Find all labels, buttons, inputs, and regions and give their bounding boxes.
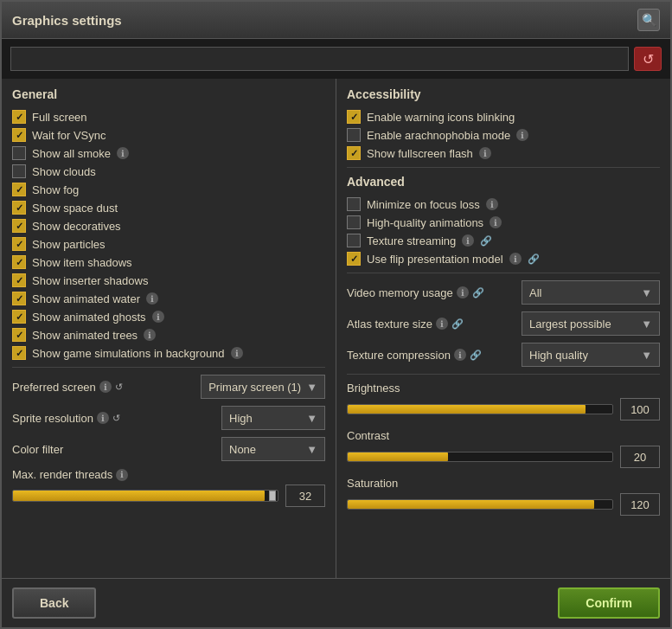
reset-button[interactable]: ↺ [634, 47, 662, 71]
checkbox-fullscreenflash[interactable] [347, 146, 361, 160]
max-render-threads-thumb [269, 491, 276, 501]
brightness-label: Brightness [347, 382, 660, 395]
checkbox-fog[interactable] [12, 183, 26, 196]
info-icon-highqualityanim[interactable]: ℹ [490, 216, 502, 228]
max-render-threads-row: Max. render threads ℹ 32 [12, 468, 325, 507]
color-filter-dropdown-arrow: ▼ [306, 443, 317, 456]
checkbox-vsync[interactable] [12, 128, 26, 142]
general-panel: General Full screenWait for VSyncShow al… [2, 79, 336, 578]
checkbox-spacedust[interactable] [12, 201, 26, 215]
checkbox-texturestreaming[interactable] [347, 234, 361, 247]
checkbox-smoke[interactable] [12, 146, 26, 160]
checkbox-fullscreen[interactable] [12, 110, 26, 124]
checkbox-label-flippresentation: Use flip presentation model [367, 253, 503, 266]
checkbox-row-vsync: Wait for VSync [12, 128, 325, 142]
info-icon-gamesimulations[interactable]: ℹ [231, 347, 243, 359]
back-button[interactable]: Back [12, 587, 96, 619]
saturation-track[interactable] [347, 499, 613, 510]
checkbox-itemshadows[interactable] [12, 255, 26, 269]
checkbox-label-highqualityanim: High-quality animations [367, 216, 483, 229]
video-memory-dropdown-arrow: ▼ [641, 286, 652, 299]
checkbox-highqualityanim[interactable] [347, 215, 361, 229]
checkbox-minimizeonfocus[interactable] [347, 197, 361, 211]
checkbox-decoratives[interactable] [12, 219, 26, 233]
checkbox-label-fullscreen: Full screen [32, 111, 87, 124]
checkbox-row-highqualityanim: High-quality animationsℹ [347, 215, 660, 229]
color-filter-dropdown[interactable]: None ▼ [221, 437, 325, 461]
sprite-resolution-row: Sprite resolution ℹ ↺ High ▼ [12, 406, 325, 430]
contrast-track[interactable] [347, 452, 613, 462]
checkbox-row-gamesimulations: Show game simulations in backgroundℹ [12, 346, 325, 360]
accessibility-section-title: Accessibility [347, 87, 660, 103]
checkbox-row-insertershadows: Show inserter shadows [12, 273, 325, 287]
max-render-threads-label: Max. render threads ℹ [12, 468, 325, 481]
checkbox-particles[interactable] [12, 237, 26, 251]
brightness-slider-container: 100 [347, 398, 660, 420]
checkbox-row-itemshadows: Show item shadows [12, 255, 325, 269]
sprite-resolution-info-icon[interactable]: ℹ [97, 412, 109, 424]
preferred-screen-dropdown-arrow: ▼ [306, 381, 317, 394]
sprite-resolution-dropdown[interactable]: High ▼ [221, 406, 325, 430]
preferred-screen-info-icon[interactable]: ℹ [99, 381, 112, 393]
checkbox-insertershadows[interactable] [12, 273, 26, 287]
checkbox-warningicons[interactable] [347, 110, 361, 124]
search-input[interactable] [10, 47, 629, 71]
atlas-texture-dropdown[interactable]: Largest possible ▼ [522, 311, 660, 336]
info-icon-arachnophobia[interactable]: ℹ [516, 129, 528, 141]
info-icon-texturestreaming[interactable]: ℹ [462, 234, 474, 247]
checkbox-row-fullscreenflash: Show fullscreen flashℹ [347, 146, 660, 160]
saturation-fill [348, 500, 594, 509]
checkbox-label-arachnophobia: Enable arachnophobia mode [367, 129, 510, 142]
checkbox-flippresentation[interactable] [347, 252, 361, 266]
checkbox-animatedghosts[interactable] [12, 310, 26, 324]
checkbox-clouds[interactable] [12, 164, 26, 178]
max-render-threads-value: 32 [285, 485, 325, 507]
checkbox-label-animatedwater: Show animated water [32, 292, 140, 305]
max-render-threads-track[interactable] [12, 490, 278, 502]
title-bar: Graphics settings 🔍 [2, 2, 670, 39]
texture-compression-dropdown[interactable]: High quality ▼ [522, 343, 660, 367]
info-icon-animatedtrees[interactable]: ℹ [144, 329, 156, 341]
info-icon-fullscreenflash[interactable]: ℹ [479, 147, 491, 159]
checkbox-row-texturestreaming: Texture streamingℹ🔗 [347, 234, 660, 247]
max-render-threads-info-icon[interactable]: ℹ [116, 469, 128, 481]
accessibility-checkboxes: Enable warning icons blinkingEnable arac… [347, 110, 660, 160]
checkbox-gamesimulations[interactable] [12, 346, 26, 360]
checkbox-animatedtrees[interactable] [12, 328, 26, 342]
checkbox-label-minimizeonfocus: Minimize on focus loss [367, 198, 480, 211]
atlas-texture-link-icon[interactable]: 🔗 [451, 318, 464, 330]
texture-compression-link-icon[interactable]: 🔗 [470, 350, 482, 361]
preferred-screen-dropdown[interactable]: Primary screen (1) ▼ [201, 375, 325, 399]
checkbox-label-texturestreaming: Texture streaming [367, 234, 456, 247]
link-icon-texturestreaming[interactable]: 🔗 [480, 235, 492, 247]
checkbox-label-warningicons: Enable warning icons blinking [367, 111, 515, 124]
video-memory-info-icon[interactable]: ℹ [457, 286, 469, 298]
video-memory-link-icon[interactable]: 🔗 [472, 287, 484, 298]
checkbox-label-spacedust: Show space dust [32, 202, 118, 215]
texture-compression-info-icon[interactable]: ℹ [454, 349, 466, 361]
info-icon-animatedghosts[interactable]: ℹ [152, 311, 164, 323]
info-icon-smoke[interactable]: ℹ [117, 147, 129, 159]
atlas-texture-info-icon[interactable]: ℹ [436, 318, 448, 330]
video-memory-label: Video memory usage ℹ 🔗 [347, 286, 516, 299]
info-icon-flippresentation[interactable]: ℹ [509, 253, 522, 265]
checkbox-row-clouds: Show clouds [12, 164, 325, 178]
checkbox-animatedwater[interactable] [12, 292, 26, 305]
brightness-track[interactable] [347, 404, 613, 414]
confirm-button[interactable]: Confirm [558, 587, 660, 619]
preferred-screen-refresh-icon[interactable]: ↺ [115, 382, 123, 393]
checkbox-row-animatedtrees: Show animated treesℹ [12, 328, 325, 342]
video-memory-dropdown[interactable]: All ▼ [522, 280, 660, 305]
saturation-row: Saturation 120 [347, 477, 660, 516]
brightness-row: Brightness 100 [347, 382, 660, 420]
sprite-resolution-refresh-icon[interactable]: ↺ [112, 413, 120, 424]
info-icon-minimizeonfocus[interactable]: ℹ [486, 198, 498, 210]
preferred-screen-label: Preferred screen ℹ ↺ [12, 381, 195, 394]
saturation-label: Saturation [347, 477, 660, 490]
atlas-texture-row: Atlas texture size ℹ 🔗 Largest possible … [347, 311, 660, 336]
search-button[interactable]: 🔍 [637, 9, 660, 31]
checkbox-arachnophobia[interactable] [347, 128, 361, 142]
info-icon-animatedwater[interactable]: ℹ [146, 292, 158, 305]
checkbox-label-animatedghosts: Show animated ghosts [32, 311, 146, 324]
link-icon-flippresentation[interactable]: 🔗 [528, 254, 540, 265]
